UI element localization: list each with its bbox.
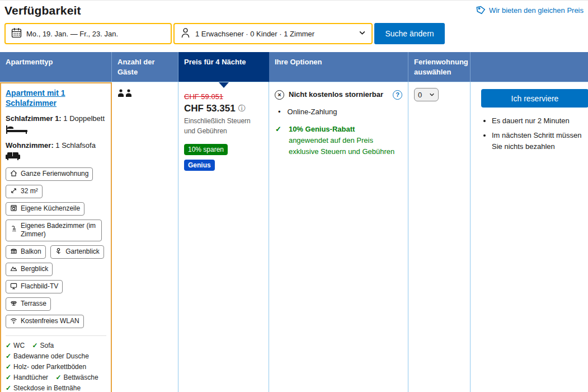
cancellation-label: Nicht kostenlos stornierbar [289,90,383,99]
header-select-apartment: Ferienwohnung auswählen [408,52,471,82]
flower-icon [55,248,62,256]
amenity-badge: Terrasse [6,297,51,311]
current-price: CHF 53.351 [184,103,236,114]
current-price-line: CHF 53.351 ⓘ [184,103,263,114]
amenity-badge: Flachbild-TV [6,280,63,293]
reserve-bullets: Es dauert nur 2 Minuten Im nächsten Schr… [492,115,588,152]
livingroom-line: Wohnzimmer: 1 Schlafsofa [6,141,106,151]
balcony-icon [10,248,17,256]
genius-badge: Genius [184,160,215,171]
date-range-value: Mo., 19. Jan. — Fr., 23. Jan. [26,30,118,38]
price-match-link[interactable]: Wir bieten den gleichen Preis [476,6,584,15]
availability-table: Apartmenttyp Anzahl der Gäste Preis für … [0,52,588,392]
room-row: Apartment mit 1 Schlafzimmer Schlafzimme… [0,82,588,392]
check-icon: ✓ [6,384,11,392]
amenity-badge: Eigenes Badezimmer (im Zimmer) [6,220,102,241]
header-guest-count: Anzahl der Gäste [112,52,178,82]
selected-column-caret [219,82,229,88]
kitchen-icon [10,204,17,213]
feature-row: ✓Badewanne oder Dusche [6,351,106,362]
check-icon: ✓ [275,124,281,157]
genius-discount-line: ✓ 10% Genius-Rabatt angewendet auf den P… [275,124,396,157]
date-range-field[interactable]: Mo., 19. Jan. — Fr., 23. Jan. [4,23,172,44]
cancellation-line: × Nicht kostenlos stornierbar ? [275,90,402,100]
check-icon: ✓ [6,352,11,360]
house-icon [10,170,17,179]
no-refund-icon: × [275,90,284,100]
double-bed-icon [6,125,106,136]
guest-count-cell [112,82,178,392]
payment-label: Online-Zahlung [288,108,337,116]
bedroom-label: Schlafzimmer 1: [6,114,62,123]
mountain-icon [10,265,17,274]
terrace-icon [10,300,17,309]
feature-row: ✓Handtücher ✓Bettwäsche [6,372,106,383]
original-price: CHF 59.051 [184,92,263,101]
feature-row: ✓Holz- oder Parkettböden [6,362,106,372]
apartment-type-cell: Apartment mit 1 Schlafzimmer Schlafzimme… [0,82,112,392]
calendar-icon [11,27,22,40]
quantity-value: 0 [418,91,422,99]
chevron-down-icon [359,29,366,38]
reserve-cell: Ich reserviere Es dauert nur 2 Minuten I… [471,82,588,392]
payment-line: • Online-Zahlung [278,108,402,116]
chevron-down-icon [429,91,435,99]
reserve-bullet: Es dauert nur 2 Minuten [492,115,588,127]
check-icon: ✓ [6,374,11,381]
search-bar: Mo., 19. Jan. — Fr., 23. Jan. 1 Erwachse… [4,23,588,44]
price-tag-icon [476,6,486,15]
bedroom-line: Schlafzimmer 1: 1 Doppelbett [6,114,106,124]
amenity-badge: Ganze Ferienwohnung [6,167,93,181]
quantity-select[interactable]: 0 [414,88,439,101]
check-icon: ✓ [6,363,11,371]
bullet-icon: • [278,108,281,116]
amenity-badge: Balkon [6,245,46,259]
amenity-badge: Bergblick [6,263,53,276]
livingroom-label: Wohnzimmer: [6,141,54,150]
price-match-label: Wir bieten den gleichen Preis [489,6,584,15]
discount-badge: 10% sparen [184,144,228,155]
amenity-badge: 32 m² [6,185,43,198]
info-icon[interactable]: ⓘ [238,104,246,114]
header-apartment-type: Apartmenttyp [0,52,112,82]
tv-icon [10,282,17,291]
shower-icon [10,226,17,235]
header-options: Ihre Optionen [269,52,408,82]
header-price: Preis für 4 Nächte [178,52,269,82]
livingroom-value: 1 Schlafsofa [55,141,96,150]
change-search-button[interactable]: Suche ändern [374,23,445,44]
taxes-note: Einschließlich Steuern und Gebühren [184,116,257,136]
reserve-bullet: Im nächsten Schritt müssen Sie nichts be… [492,130,588,152]
room-name-link[interactable]: Apartment mit 1 Schlafzimmer [6,88,106,108]
feature-row: ✓Steckdose in Bettnähe ✓TV [6,383,106,392]
table-header-row: Apartmenttyp Anzahl der Gäste Preis für … [0,52,588,82]
check-icon: ✓ [6,342,11,349]
occupancy-value: 1 Erwachsener · 0 Kinder · 1 Zimmer [195,30,314,38]
size-icon [10,187,17,196]
amenity-badge: Kostenfreies WLAN [6,315,84,328]
check-icon: ✓ [55,374,61,381]
amenity-badge: Gartenblick [50,245,104,259]
person-icon [180,27,191,40]
feature-row: ✓WC ✓Sofa [6,340,106,351]
wifi-icon [10,317,17,326]
divider [6,335,106,336]
select-cell: 0 [408,82,471,392]
feature-list: ✓WC ✓Sofa ✓Badewanne oder Dusche ✓Holz- … [6,340,106,392]
availability-page: Verfügbarkeit Wir bieten den gleichen Pr… [0,0,588,392]
header-empty [471,52,588,82]
adult-icon [125,89,132,99]
occupancy-field[interactable]: 1 Erwachsener · 0 Kinder · 1 Zimmer [173,23,373,44]
adult-icon [117,89,124,99]
question-icon[interactable]: ? [393,90,402,100]
options-cell: × Nicht kostenlos stornierbar ? • Online… [269,82,408,392]
amenity-badges: Ganze Ferienwohnung 32 m² Eigene Küchenz… [6,167,106,332]
reserve-button[interactable]: Ich reserviere [481,89,588,108]
check-icon: ✓ [32,342,37,349]
sofa-icon [6,152,106,163]
bedroom-value: 1 Doppelbett [63,114,105,123]
genius-discount-text: 10% Genius-Rabatt angewendet auf den Pre… [289,124,396,157]
price-cell: CHF 59.051 CHF 53.351 ⓘ Einschließlich S… [178,82,269,392]
amenity-badge: Eigene Küchenzeile [6,202,84,216]
